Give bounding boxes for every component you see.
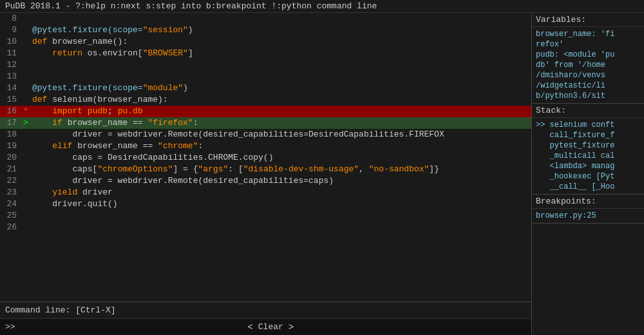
- line-content: elif browser_name == "chrome":: [31, 140, 531, 152]
- line-content: [31, 13, 531, 24]
- line-content: [31, 59, 531, 71]
- code-line: 15def selenium(browser_name):: [0, 94, 531, 106]
- line-number: 22: [0, 175, 21, 187]
- line-marker: [21, 48, 31, 59]
- clear-button[interactable]: Clear: [258, 322, 283, 332]
- line-marker: [21, 82, 31, 94]
- main-layout: 89@pytest.fixture(scope="session")10def …: [0, 13, 644, 335]
- nav-left-button[interactable]: <: [247, 322, 252, 332]
- line-content: driver = webdriver.Remote(desired_capabi…: [31, 129, 531, 140]
- line-number: 11: [0, 48, 21, 59]
- code-line: 9@pytest.fixture(scope="session"): [0, 24, 531, 36]
- line-content: [31, 222, 531, 233]
- line-content: [31, 210, 531, 222]
- variables-section: Variables: browser_name: 'firefox'pudb: …: [532, 13, 644, 104]
- title-text: PuDB 2018.1 - ?:help n:next s:step into …: [5, 1, 377, 11]
- code-line: 22 driver = webdriver.Remote(desired_cap…: [0, 175, 531, 187]
- variable-item: refox': [536, 39, 640, 50]
- breakpoints-content: browser.py:25: [532, 209, 644, 223]
- bottom-prompt: >>: [5, 322, 15, 332]
- code-line: 11 return os.environ["BROWSER"]: [0, 48, 531, 59]
- line-marker: [21, 222, 31, 233]
- code-line: 23 yield driver: [0, 187, 531, 198]
- breakpoints-section: Breakpoints: browser.py:25: [532, 195, 644, 224]
- code-line: 12: [0, 59, 531, 71]
- line-marker: >: [21, 117, 31, 129]
- code-line: 13: [0, 71, 531, 82]
- line-marker: [21, 71, 31, 82]
- stack-item: <lambda> manag: [536, 161, 640, 171]
- line-number: 15: [0, 94, 21, 106]
- stack-item: __call__ [_Hoo: [536, 182, 640, 192]
- breakpoint-item: browser.py:25: [536, 211, 640, 221]
- code-line: 21 caps["chromeOptions"] = {"args": ["di…: [0, 164, 531, 175]
- command-line-hint: [Ctrl-X]: [75, 305, 115, 315]
- line-number: 25: [0, 210, 21, 222]
- line-marker: [21, 152, 31, 164]
- line-content: caps["chromeOptions"] = {"args": ["disab…: [31, 164, 531, 175]
- variable-item: /widgetastic/li: [536, 81, 640, 91]
- bottom-bar: >> < Clear >: [0, 318, 531, 335]
- line-marker: [21, 24, 31, 36]
- stack-section: Stack: >> selenium conft call_fixture_f …: [532, 104, 644, 195]
- line-content: driver.quit(): [31, 198, 531, 210]
- line-marker: [21, 94, 31, 106]
- line-marker: [21, 129, 31, 140]
- line-number: 10: [0, 36, 21, 48]
- line-number: 26: [0, 222, 21, 233]
- line-marker: [21, 210, 31, 222]
- line-number: 18: [0, 129, 21, 140]
- line-content: def browser_name():: [31, 36, 531, 48]
- code-line: 24 driver.quit(): [0, 198, 531, 210]
- stack-item: _hookexec [Pyt: [536, 171, 640, 182]
- code-line: 25: [0, 210, 531, 222]
- line-number: 21: [0, 164, 21, 175]
- line-content: import pudb; pu.db: [31, 106, 531, 117]
- line-content: driver = webdriver.Remote(desired_capabi…: [31, 175, 531, 187]
- code-area: 89@pytest.fixture(scope="session")10def …: [0, 13, 531, 302]
- stack-title: Stack:: [532, 104, 644, 118]
- variable-item: /dmisharo/venvs: [536, 70, 640, 81]
- code-line: 10def browser_name():: [0, 36, 531, 48]
- line-content: caps = DesiredCapabilities.CHROME.copy(): [31, 152, 531, 164]
- line-content: @pytest.fixture(scope="session"): [31, 24, 531, 36]
- code-line: 16* import pudb; pu.db: [0, 106, 531, 117]
- variable-item: browser_name: 'fi: [536, 29, 640, 39]
- line-number: 16: [0, 106, 21, 117]
- line-marker: *: [21, 106, 31, 117]
- nav-right-button[interactable]: >: [289, 322, 294, 332]
- stack-item: pytest_fixture: [536, 140, 640, 151]
- line-content: @pytest.fixture(scope="module"): [31, 82, 531, 94]
- code-line: 17> if browser_name == "firefox":: [0, 117, 531, 129]
- stack-content: >> selenium conft call_fixture_f pytest_…: [532, 118, 644, 194]
- variables-content: browser_name: 'firefox'pudb: <module 'pu…: [532, 27, 644, 103]
- variables-title: Variables:: [532, 13, 644, 27]
- command-line-area[interactable]: Command line: [Ctrl-X]: [0, 302, 531, 318]
- line-marker: [21, 187, 31, 198]
- title-bar: PuDB 2018.1 - ?:help n:next s:step into …: [0, 0, 644, 13]
- line-marker: [21, 175, 31, 187]
- line-marker: [21, 164, 31, 175]
- line-number: 8: [0, 13, 21, 24]
- line-content: def selenium(browser_name):: [31, 94, 531, 106]
- bottom-center: < Clear >: [247, 322, 294, 332]
- stack-item: >> selenium conft: [536, 120, 640, 130]
- command-line-label: Command line:: [5, 305, 75, 315]
- line-marker: [21, 13, 31, 24]
- code-line: 26: [0, 222, 531, 233]
- line-number: 12: [0, 59, 21, 71]
- line-number: 20: [0, 152, 21, 164]
- left-panel: 89@pytest.fixture(scope="session")10def …: [0, 13, 531, 335]
- line-number: 24: [0, 198, 21, 210]
- code-line: 20 caps = DesiredCapabilities.CHROME.cop…: [0, 152, 531, 164]
- code-line: 18 driver = webdriver.Remote(desired_cap…: [0, 129, 531, 140]
- breakpoints-title: Breakpoints:: [532, 195, 644, 209]
- variable-item: b/python3.6/sit: [536, 91, 640, 101]
- line-marker: [21, 198, 31, 210]
- stack-item: call_fixture_f: [536, 130, 640, 140]
- code-line: 19 elif browser_name == "chrome":: [0, 140, 531, 152]
- variable-item: db' from '/home: [536, 60, 640, 70]
- line-marker: [21, 36, 31, 48]
- line-content: return os.environ["BROWSER"]: [31, 48, 531, 59]
- line-marker: [21, 140, 31, 152]
